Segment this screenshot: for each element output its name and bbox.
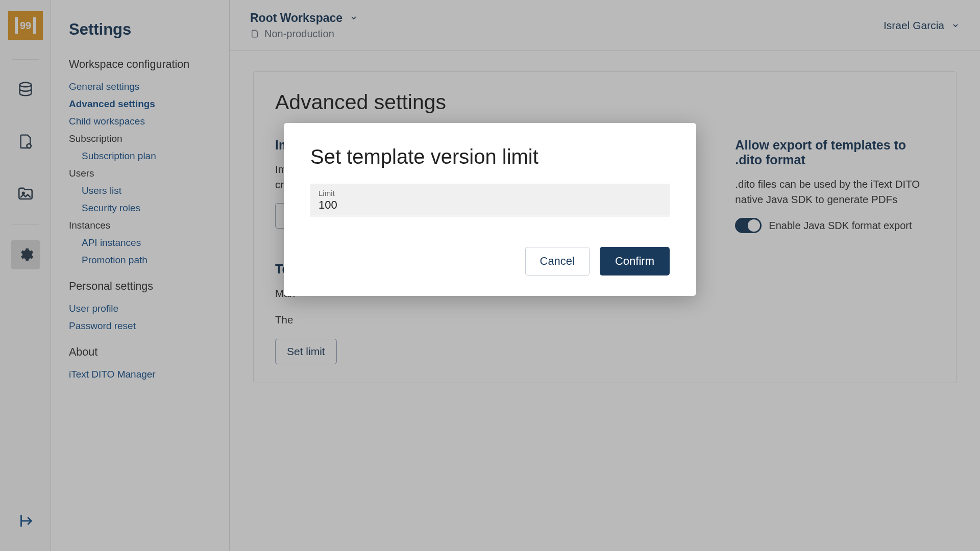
limit-field-label: Limit — [318, 189, 662, 197]
limit-input[interactable] — [318, 198, 662, 212]
limit-field[interactable]: Limit — [310, 184, 670, 216]
set-limit-modal: Set template version limit Limit Cancel … — [284, 123, 696, 296]
confirm-button[interactable]: Confirm — [600, 247, 670, 276]
modal-title: Set template version limit — [310, 145, 670, 168]
cancel-button[interactable]: Cancel — [525, 247, 590, 276]
modal-overlay[interactable]: Set template version limit Limit Cancel … — [0, 0, 980, 551]
